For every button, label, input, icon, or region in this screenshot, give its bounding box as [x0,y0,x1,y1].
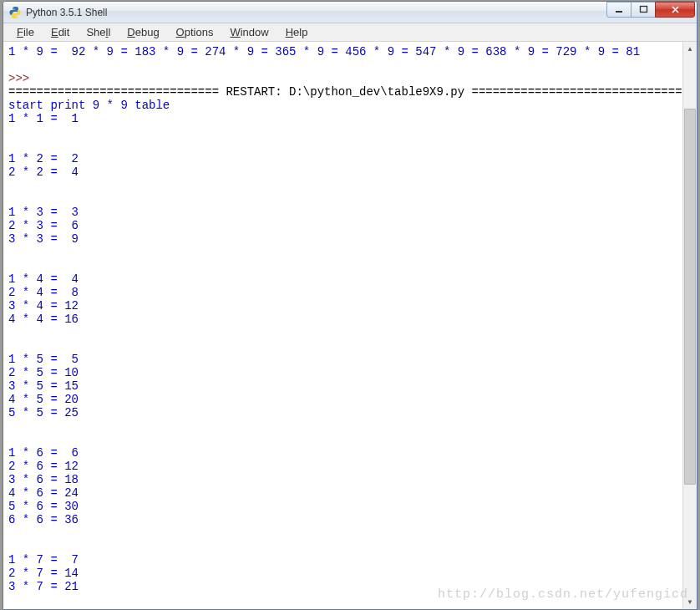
titlebar[interactable]: Python 3.5.1 Shell [3,2,697,23]
shell-output[interactable]: 1 * 9 = 92 * 9 = 183 * 9 = 274 * 9 = 365… [3,42,682,609]
menu-file[interactable]: File [8,24,43,40]
menu-options[interactable]: Options [168,24,222,40]
minimize-button[interactable] [606,2,632,18]
menu-window[interactable]: Window [221,24,276,40]
vertical-scrollbar[interactable]: ▲ ▼ [682,42,697,609]
svg-rect-1 [640,7,647,13]
menu-edit[interactable]: Edit [43,24,78,40]
maximize-button[interactable] [631,2,656,18]
output-line: 1 * 9 = 92 * 9 = 183 * 9 = 274 * 9 = 365… [8,45,640,58]
close-button[interactable] [655,2,695,18]
menu-debug[interactable]: Debug [119,24,167,40]
python-icon [8,6,22,19]
output-header: start print 9 * 9 table [8,99,170,112]
prompt: >>> [8,72,37,85]
app-window: Python 3.5.1 Shell File Edit Shell Debug… [3,1,697,610]
scroll-up-arrow[interactable]: ▲ [683,42,697,56]
window-controls [607,2,695,18]
restart-line: ============================== RESTART: … [8,85,682,99]
content-wrapper: 1 * 9 = 92 * 9 = 183 * 9 = 274 * 9 = 365… [3,42,697,609]
svg-rect-0 [616,11,622,13]
menubar: File Edit Shell Debug Options Window Hel… [3,23,697,42]
table-output: 1 * 1 = 1 1 * 2 = 2 2 * 2 = 4 1 * 3 = 3 … [8,112,79,593]
scroll-thumb[interactable] [684,109,696,485]
window-title: Python 3.5.1 Shell [26,7,607,18]
menu-help[interactable]: Help [277,24,317,40]
menu-shell[interactable]: Shell [78,24,119,40]
scroll-down-arrow[interactable]: ▼ [683,595,697,609]
